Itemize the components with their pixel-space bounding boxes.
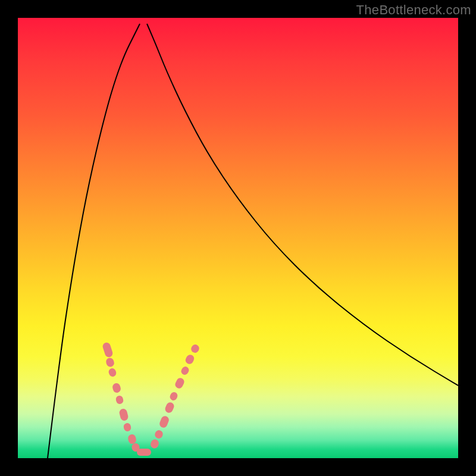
plot-area <box>18 18 458 458</box>
curve-layer <box>18 18 458 458</box>
marker-point <box>137 449 151 456</box>
curve-right-branch <box>147 24 458 386</box>
curve-left-branch <box>48 24 140 458</box>
watermark-text: TheBottleneck.com <box>356 2 471 18</box>
chart-frame: TheBottleneck.com <box>0 0 476 476</box>
